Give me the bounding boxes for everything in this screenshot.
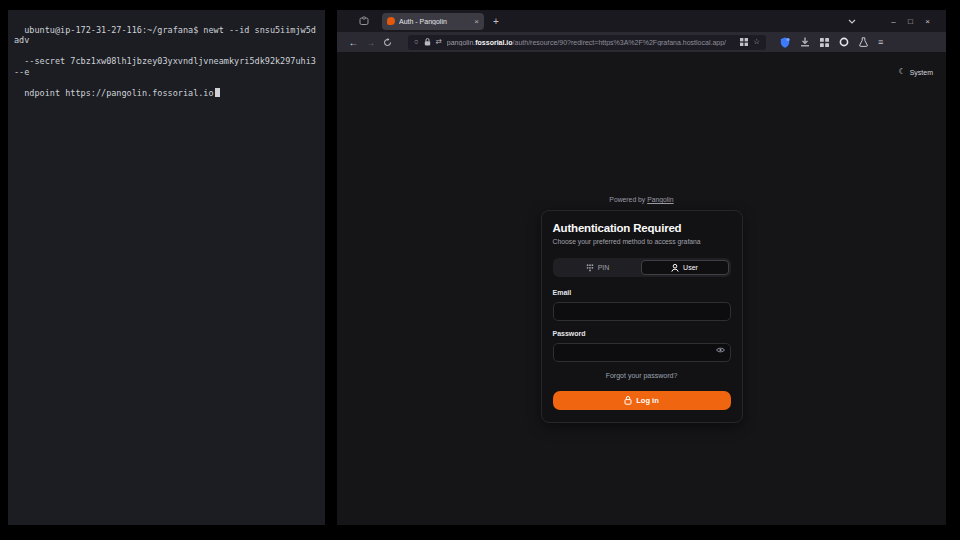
terminal-line: ndpoint https://pangolin.fossorial.io xyxy=(24,88,213,98)
login-button-label: Log in xyxy=(636,396,659,405)
extensions-grid-icon[interactable] xyxy=(820,38,829,47)
keypad-icon xyxy=(586,264,594,272)
window-controls: – □ × xyxy=(848,17,946,26)
containers-grid-icon[interactable] xyxy=(740,38,748,46)
download-icon[interactable] xyxy=(800,37,810,47)
minimize-button[interactable]: – xyxy=(885,17,902,26)
forward-icon[interactable]: → xyxy=(362,37,379,48)
swap-icon[interactable]: ⇄ xyxy=(436,38,442,46)
auth-card: Authentication Required Choose your pref… xyxy=(541,210,743,423)
back-icon[interactable]: ← xyxy=(345,37,362,48)
close-window-button[interactable]: × xyxy=(919,17,936,26)
tab-bar: Auth - Pangolin × + – □ × xyxy=(337,10,946,32)
toolbar-icons: ≡ xyxy=(780,37,883,48)
email-label: Email xyxy=(553,289,731,296)
terminal-window[interactable]: ubuntu@ip-172-31-27-116:~/grafana$ newt … xyxy=(8,10,325,525)
url-text: pangolin.fossorial.io/auth/resource/90?r… xyxy=(447,39,735,46)
tab-title: Auth - Pangolin xyxy=(399,18,470,25)
tab-pin[interactable]: PIN xyxy=(555,260,641,275)
url-bar[interactable]: ○ ⇄ pangolin.fossorial.io/auth/resource/… xyxy=(408,35,766,50)
card-subtitle: Choose your preferred method to access g… xyxy=(553,238,731,245)
bookmark-star-icon[interactable]: ☆ xyxy=(753,38,760,46)
browser-tab[interactable]: Auth - Pangolin × xyxy=(382,13,484,30)
forgot-password-link[interactable]: Forgot your password? xyxy=(553,372,731,379)
terminal-line: ubuntu@ip-172-31-27-116:~/grafana$ newt … xyxy=(14,25,316,46)
lock-icon[interactable] xyxy=(424,38,431,46)
theme-toggle[interactable]: ☾ System xyxy=(898,68,933,76)
reload-icon[interactable] xyxy=(379,38,396,47)
pangolin-favicon xyxy=(387,17,395,25)
menu-hamburger-icon[interactable]: ≡ xyxy=(878,38,883,47)
tab-pin-label: PIN xyxy=(598,264,610,271)
firefox-view-icon[interactable] xyxy=(359,16,369,26)
maximize-button[interactable]: □ xyxy=(902,17,919,26)
tracking-protection-icon[interactable]: ○ xyxy=(414,38,419,46)
tab-user[interactable]: User xyxy=(641,260,729,275)
browser-window: Auth - Pangolin × + – □ × ← → ○ ⇄ pangol… xyxy=(337,10,946,525)
powered-by: Powered by Pangolin xyxy=(541,196,743,203)
show-password-eye-icon[interactable] xyxy=(716,346,725,354)
tab-close-icon[interactable]: × xyxy=(474,17,479,26)
ublock-shield-icon[interactable] xyxy=(780,37,790,48)
navigation-bar: ← → ○ ⇄ pangolin.fossorial.io/auth/resou… xyxy=(337,32,946,52)
pangolin-link[interactable]: Pangolin xyxy=(647,196,673,203)
password-label: Password xyxy=(553,330,731,337)
theme-toggle-label: System xyxy=(910,69,933,76)
moon-icon: ☾ xyxy=(898,68,905,76)
list-tabs-chevron-icon[interactable] xyxy=(848,19,865,24)
password-field[interactable] xyxy=(553,343,731,362)
flask-extension-icon[interactable] xyxy=(859,37,868,47)
login-button[interactable]: Log in xyxy=(553,391,731,410)
user-icon xyxy=(671,264,679,272)
auth-column: Powered by Pangolin Authentication Requi… xyxy=(541,196,743,423)
ring-extension-icon[interactable] xyxy=(839,37,849,47)
tab-user-label: User xyxy=(683,264,698,271)
lock-icon xyxy=(624,396,632,405)
method-tabs: PIN User xyxy=(553,258,731,277)
email-field[interactable] xyxy=(553,302,731,321)
card-title: Authentication Required xyxy=(553,222,731,234)
auth-page: ☾ System Powered by Pangolin Authenticat… xyxy=(337,52,946,525)
terminal-line: --secret 7cbz1xw08lh1jbzey03yxvndljvneam… xyxy=(14,56,321,77)
new-tab-button[interactable]: + xyxy=(493,16,499,27)
terminal-cursor xyxy=(215,88,220,97)
